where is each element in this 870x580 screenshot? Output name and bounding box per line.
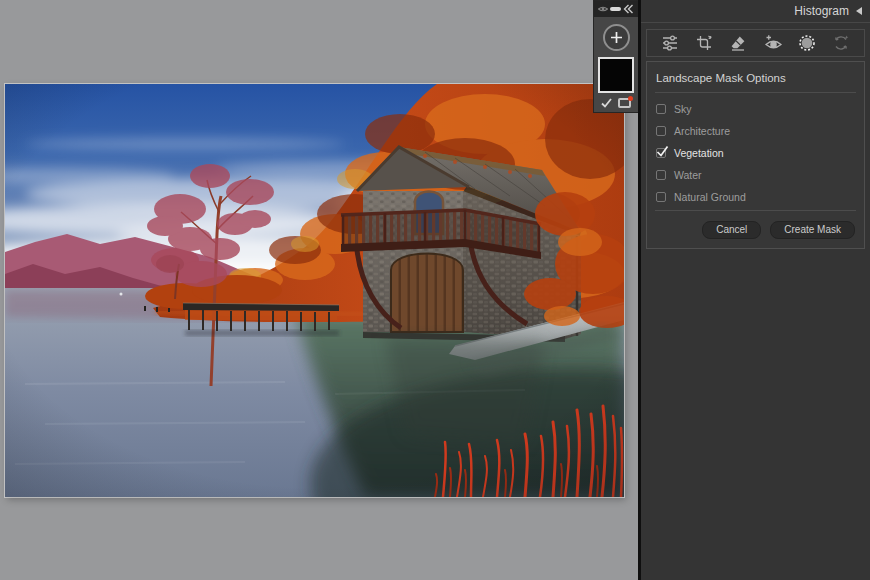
mask-option-list: Sky Architecture Vegetation: [647, 93, 864, 210]
landscape-mask-options-panel: Landscape Mask Options Sky Architectur: [646, 61, 865, 249]
healing-eraser-icon[interactable]: [727, 32, 749, 54]
overlay-settings-icon[interactable]: [618, 98, 631, 108]
mask-option-sky[interactable]: Sky: [647, 98, 864, 120]
minimize-pill-icon[interactable]: [610, 7, 621, 11]
mask-option-water[interactable]: Water: [647, 164, 864, 186]
cancel-button[interactable]: Cancel: [702, 221, 761, 239]
checkbox[interactable]: [656, 170, 666, 180]
checkbox[interactable]: [656, 126, 666, 136]
masks-panel: [593, 0, 639, 113]
eye-icon[interactable]: [598, 5, 608, 13]
checkbox[interactable]: [656, 192, 666, 202]
photo-scene: [5, 84, 624, 497]
photo[interactable]: [5, 84, 624, 497]
collapse-triangle-icon: [856, 7, 862, 15]
vignette: [5, 84, 624, 497]
mask-option-natural-ground[interactable]: Natural Ground: [647, 186, 864, 208]
right-panel: Histogram: [638, 0, 870, 580]
masking-icon[interactable]: [796, 32, 818, 54]
add-mask-button[interactable]: [603, 24, 630, 51]
histogram-label: Histogram: [794, 4, 849, 18]
ai-remove-icon[interactable]: [830, 32, 852, 54]
collapse-chevrons-icon[interactable]: [623, 4, 634, 14]
plus-icon: [610, 31, 623, 44]
lightroom-workspace: Histogram: [0, 0, 870, 580]
crop-icon[interactable]: [693, 32, 715, 54]
red-eye-icon[interactable]: [762, 32, 784, 54]
edit-sliders-icon[interactable]: [659, 32, 681, 54]
edit-toolbar: [646, 29, 865, 57]
masks-panel-body: [594, 17, 638, 108]
create-mask-button[interactable]: Create Mask: [770, 221, 855, 239]
check-icon: [656, 145, 669, 158]
panel-title: Landscape Mask Options: [647, 62, 864, 92]
divider: [655, 210, 856, 211]
mask-visible-check-icon[interactable]: [601, 98, 612, 108]
histogram-header[interactable]: Histogram: [641, 0, 870, 23]
mask-thumbnail[interactable]: [598, 57, 634, 93]
mask-option-vegetation[interactable]: Vegetation: [647, 142, 864, 164]
button-row: Cancel Create Mask: [647, 221, 855, 239]
checkbox[interactable]: [656, 148, 666, 158]
checkbox[interactable]: [656, 104, 666, 114]
mask-option-architecture[interactable]: Architecture: [647, 120, 864, 142]
masks-panel-footer: [594, 93, 638, 108]
masks-panel-header: [594, 1, 638, 17]
